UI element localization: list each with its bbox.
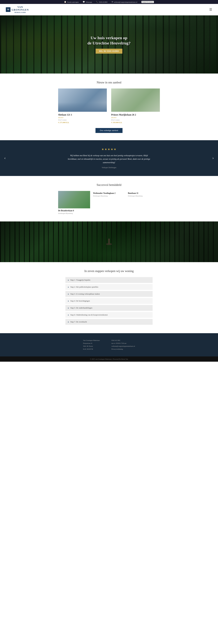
navigation: M VAN GRONINGEN MAKELAARS ☰ — [0, 4, 218, 16]
review-next-button[interactable]: › — [211, 154, 215, 162]
full-offer-button[interactable]: Ons volledige aanbod — [96, 128, 122, 133]
listing-location: ZEIST — [58, 117, 107, 118]
step-item[interactable]: ► Stap 6: Ondertekening van de koopovere… — [66, 312, 152, 318]
topbar-whatsapp[interactable]: 💬 Whatsapp — [83, 1, 92, 3]
succesvol-title: Succesvol bemiddeld — [6, 183, 212, 186]
topbar-taxatie[interactable]: 📋 Taxatie aanvragen — [64, 1, 79, 3]
step-arrow-icon: ► — [68, 286, 69, 288]
topbar-phone-label: 0343-412802 — [99, 1, 108, 3]
footer-kvk: KvK 30256738 — [83, 348, 100, 351]
review-badge: Funda 9.6 reviews — [142, 1, 154, 3]
footer-copyright: © 2025 van Groningen Makelaars | Powered… — [90, 358, 128, 360]
succesvol-grid: De Beaufortlaan 6 Driebergen-Rijsenburg … — [58, 191, 160, 214]
whatsapp-icon: 💬 — [83, 1, 85, 3]
succesvol-section: Succesvol bemiddeld De Beaufortlaan 6 Dr… — [0, 176, 218, 222]
footer: Van Groningen Makelaars Dorpsstraat 41 3… — [0, 333, 218, 356]
listing-image-2 — [111, 88, 160, 112]
footer-hours: ma-vr: 09:00-17:00 uur — [112, 342, 135, 345]
step-item[interactable]: ► Stap 5: De onderhandelingen — [66, 305, 152, 311]
step-label: Stap 3: Je woning verkoopklaar maken — [70, 293, 100, 295]
footer-email-link[interactable]: welkom@vangroningenmakelaars.nl — [112, 345, 135, 348]
listing-details: 69 m² wonen — [111, 119, 160, 121]
step-arrow-icon: ► — [68, 314, 69, 316]
list-item[interactable]: De Beaufortlaan 6 Driebergen-Rijsenburg — [58, 191, 90, 214]
listings-section: Nieuw in ons aanbod Slotlaan 121 1 ZEIST… — [0, 74, 218, 140]
footer-company-name: Van Groningen Makelaars — [83, 339, 100, 342]
review-author: Verkoper Driebergen — [6, 166, 212, 169]
list-item[interactable]: Wethouder Teselinglaan 2 Driebergen-Rijs… — [93, 191, 125, 214]
review-text: Wij hebben met René bij de verkoop van o… — [66, 154, 152, 164]
step-label: Stap 5: De onderhandelingen — [70, 307, 92, 309]
topbar-email[interactable]: ✉ welkom@vangroningenmakelaars.nl — [112, 1, 137, 3]
footer-contact: 0343 412 802 ma-vr: 09:00-17:00 uur welk… — [112, 339, 135, 350]
listing-image-1 — [58, 88, 107, 112]
topbar-whatsapp-label: Whatsapp — [86, 1, 92, 3]
step-item[interactable]: ► Stap 2: Het publiciteitsplan opstellen — [66, 284, 152, 290]
step-label: Stap 2: Het publiciteitsplan opstellen — [70, 286, 98, 288]
listing-card[interactable]: Prinses Marijkelaan 26 2 ZEIST 69 m² won… — [111, 88, 160, 124]
top-bar: 📋 Taxatie aanvragen 💬 Whatsapp 📞 0343-41… — [0, 0, 218, 4]
logo-icon: M — [6, 7, 10, 12]
listing-address: Prinses Marijkelaan 26 2 — [111, 114, 160, 116]
list-item[interactable]: Buntlaan 11 Driebergen-Rijsenburg — [128, 191, 160, 214]
forest-banner — [0, 222, 218, 262]
topbar-taxatie-label: Taxatie aanvragen — [67, 1, 79, 3]
logo-text: VAN GRONINGEN MAKELAARS — [12, 6, 29, 14]
topbar-email-label: welkom@vangroningenmakelaars.nl — [114, 1, 137, 3]
listing-address: Slotlaan 121 1 — [58, 114, 107, 116]
succesvol-address: Wethouder Teselinglaan 2 — [93, 192, 125, 194]
footer-company: Van Groningen Makelaars Dorpsstraat 41 3… — [83, 339, 100, 350]
phone-icon: 📞 — [96, 1, 98, 3]
step-label: Stap 7: De overdracht — [70, 321, 87, 323]
footer-address2: 3941 JK Doorn — [83, 345, 100, 348]
step-arrow-icon: ► — [68, 279, 69, 281]
step-item[interactable]: ► Stap 3: Je woning verkoopklaar maken — [66, 291, 152, 297]
review-stars: ★★★★★ — [6, 148, 212, 151]
step-label: Stap 6: Ondertekening van de koopovereen… — [70, 314, 108, 316]
step-item[interactable]: ► Stap 1: Vraagprijs bepalen — [66, 277, 152, 283]
listing-location: ZEIST — [111, 117, 160, 118]
hero-cta-button[interactable]: BEL NU 0343 412802 — [96, 49, 122, 54]
hero-title: Uw huis verkopen opde Utrechtse Heuvelru… — [88, 35, 131, 46]
succesvol-address: De Beaufortlaan 6 — [58, 210, 90, 212]
funda-label: Funda — [142, 1, 146, 3]
listing-price: € 275.000 k.k. — [58, 121, 107, 124]
succesvol-address: Buntlaan 11 — [128, 192, 160, 194]
step-arrow-icon: ► — [68, 321, 69, 323]
hamburger-menu[interactable]: ☰ — [209, 8, 212, 12]
step-item[interactable]: ► Stap 4: De bezichtigingen — [66, 298, 152, 304]
listing-card[interactable]: Slotlaan 121 1 ZEIST 56 m² wonen € 275.0… — [58, 88, 107, 124]
review-score: 9.6 reviews — [146, 1, 153, 3]
step-arrow-icon: ► — [68, 300, 69, 302]
steps-title: In zeven stappen verkopen wij uw woning — [6, 270, 212, 273]
hero-content: Uw huis verkopen opde Utrechtse Heuvelru… — [84, 32, 134, 57]
step-arrow-icon: ► — [68, 307, 69, 309]
review-prev-button[interactable]: ‹ — [3, 154, 7, 162]
hero-section: Uw huis verkopen opde Utrechtse Heuvelru… — [0, 16, 218, 74]
email-icon: ✉ — [112, 1, 113, 3]
step-label: Stap 4: De bezichtigingen — [70, 300, 90, 302]
succesvol-location: Driebergen-Rijsenburg — [93, 195, 125, 197]
logo[interactable]: M VAN GRONINGEN MAKELAARS — [6, 6, 29, 14]
reviews-section: ‹ ★★★★★ Wij hebben met René bij de verko… — [0, 140, 218, 176]
succesvol-location: Driebergen-Rijsenburg — [128, 195, 160, 197]
step-item[interactable]: ► Stap 7: De overdracht — [66, 319, 152, 325]
steps-section: In zeven stappen verkopen wij uw woning … — [0, 262, 218, 333]
footer-phone: 0343 412 802 — [112, 339, 135, 342]
step-label: Stap 1: Vraagprijs bepalen — [70, 279, 90, 281]
listings-grid: Slotlaan 121 1 ZEIST 56 m² wonen € 275.0… — [58, 88, 160, 124]
step-arrow-icon: ► — [68, 293, 69, 295]
footer-bottom: © 2025 van Groningen Makelaars | Powered… — [0, 356, 218, 362]
listings-title: Nieuw in ons aanbod — [6, 81, 212, 84]
listing-price: € 350.000 k.k. — [111, 121, 160, 124]
succesvol-image-1 — [58, 191, 90, 208]
steps-list: ► Stap 1: Vraagprijs bepalen ► Stap 2: H… — [66, 277, 152, 325]
topbar-phone[interactable]: 📞 0343-412802 — [96, 1, 108, 3]
listing-details: 56 m² wonen — [58, 119, 107, 121]
footer-privacy-link[interactable]: Privacyverklaring — [112, 348, 135, 351]
taxatie-icon: 📋 — [64, 1, 66, 3]
footer-address1: Dorpsstraat 41 — [83, 342, 100, 345]
succesvol-location: Driebergen-Rijsenburg — [58, 212, 90, 214]
